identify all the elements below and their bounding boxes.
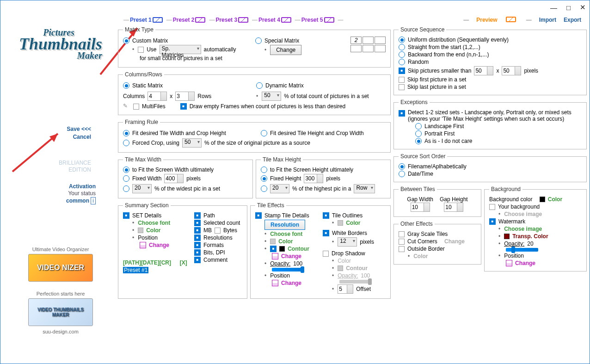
change-link[interactable]: Change (515, 260, 535, 266)
cutcorners-check[interactable] (399, 239, 405, 245)
drop-shadow-check[interactable] (323, 251, 329, 257)
transp-link[interactable]: Transp. Color (512, 233, 548, 240)
matrices-dropdown[interactable]: Sp. Matricies (160, 45, 201, 54)
contour-swatch[interactable] (338, 265, 343, 271)
export-button[interactable]: Export (564, 17, 581, 23)
tmw-pct[interactable]: 20 (132, 184, 152, 193)
gap-height[interactable]: 10 (444, 203, 463, 212)
path-check[interactable] (194, 212, 201, 219)
opacity-slider[interactable] (272, 268, 304, 271)
bg-swatch[interactable] (540, 197, 545, 202)
skip-first-check[interactable] (399, 77, 405, 83)
color-link[interactable]: Color (146, 227, 160, 234)
tmh-row-dd[interactable]: Row (354, 184, 375, 193)
opacity-slider[interactable] (339, 280, 372, 284)
date-radio[interactable] (399, 171, 405, 177)
outside-border-check[interactable] (399, 246, 405, 252)
preset-4[interactable]: Preset 4 (258, 17, 294, 23)
info-icon[interactable]: i (91, 197, 96, 204)
tmh-pct-radio[interactable] (261, 185, 267, 192)
special-matrix-radio[interactable] (255, 37, 262, 44)
site-link[interactable]: suu-design.com (3, 329, 118, 334)
preset-5[interactable]: Preset 5 (301, 17, 337, 23)
white-borders-check[interactable] (323, 230, 329, 236)
color-swatch[interactable] (338, 220, 343, 226)
fit-height-radio[interactable] (261, 130, 267, 136)
preset-name-input[interactable]: Preset #1 (123, 267, 148, 273)
bits-check[interactable] (194, 249, 201, 256)
set-details-check[interactable] (123, 212, 129, 219)
bytes-check[interactable] (215, 228, 221, 234)
detect-check[interactable] (399, 110, 405, 117)
color-link[interactable]: Color (278, 238, 293, 245)
tmw-fit-radio[interactable] (123, 167, 129, 173)
tmh-pct[interactable]: 20 (270, 184, 289, 193)
contour-swatch[interactable] (279, 246, 285, 252)
tmh-value[interactable]: 300 (304, 174, 323, 183)
macro-x[interactable]: [X] (180, 259, 187, 266)
preset-3[interactable]: Preset 3 (215, 17, 251, 23)
wm-opacity-slider[interactable] (506, 248, 538, 252)
random-radio[interactable] (399, 59, 405, 65)
ad-banner[interactable]: VIDEO THUMBNAILS MAKER (28, 298, 93, 326)
ad-banner[interactable]: VIDEO NIZER (28, 254, 93, 282)
static-matrix-radio[interactable] (123, 82, 129, 89)
maximize-button[interactable]: □ (566, 4, 571, 12)
columns-input[interactable]: 4 (148, 92, 167, 101)
change-link[interactable]: Change (149, 242, 169, 248)
preset-2[interactable]: Preset 2 (173, 17, 209, 23)
use-check[interactable] (138, 47, 144, 53)
preview-button[interactable]: Preview (476, 17, 497, 23)
end-radio[interactable] (399, 51, 405, 58)
tmw-fixed-radio[interactable] (123, 175, 129, 182)
contour-check[interactable] (270, 246, 277, 252)
dynamic-matrix-radio[interactable] (256, 82, 263, 89)
tmh-fixed-radio[interactable] (261, 175, 267, 182)
comment-check[interactable] (194, 257, 201, 263)
stamp-check[interactable] (255, 212, 262, 219)
contour-link[interactable]: Contour (288, 246, 309, 252)
dynamic-pct[interactable]: 50 (262, 92, 281, 101)
asis-radio[interactable] (415, 138, 422, 144)
save-button[interactable]: Save <<< (67, 126, 91, 132)
color-link[interactable]: Color (548, 196, 562, 203)
skip-small-check[interactable] (399, 68, 405, 74)
import-button[interactable]: Import (539, 17, 556, 23)
choose-font-link[interactable]: Choose font (138, 220, 170, 226)
gap-width[interactable]: 10 (411, 203, 430, 212)
portrait-radio[interactable] (415, 130, 422, 137)
transp-swatch[interactable] (504, 234, 510, 239)
skip-h[interactable]: 50 (502, 66, 521, 75)
minimize-button[interactable]: — (550, 4, 557, 12)
landscape-radio[interactable] (415, 123, 422, 130)
skip-w[interactable]: 50 (474, 66, 493, 75)
forced-crop-radio[interactable] (123, 140, 129, 146)
close-button[interactable]: ✕ (580, 3, 586, 12)
tmh-fit-radio[interactable] (261, 167, 267, 173)
res-check[interactable] (194, 234, 201, 241)
color-link[interactable]: Color (346, 220, 360, 226)
watermark-check[interactable] (489, 218, 496, 225)
activation-link[interactable]: Activation (69, 183, 96, 190)
start-radio[interactable] (399, 44, 405, 50)
forced-pct[interactable]: 50 (182, 138, 202, 148)
formats-check[interactable] (194, 242, 201, 248)
choose-font-link[interactable]: Choose font (270, 231, 302, 237)
rows-input[interactable]: 3 (175, 92, 195, 101)
yourbg-check[interactable] (489, 204, 495, 210)
custom-matrix-radio[interactable] (123, 37, 129, 44)
tmw-value[interactable]: 400 (164, 174, 184, 183)
resolution-button[interactable]: Resolution (264, 220, 305, 230)
choose-image-link[interactable]: Choose image (504, 226, 542, 232)
tmw-pct-radio[interactable] (123, 185, 129, 192)
offset-input[interactable]: 5 (338, 284, 353, 294)
uniform-radio[interactable] (399, 37, 405, 43)
draw-empty-check[interactable] (180, 103, 187, 110)
color-swatch[interactable] (270, 239, 276, 244)
color-swatch[interactable] (138, 228, 143, 233)
outlines-check[interactable] (323, 212, 329, 219)
change-link[interactable]: Change (281, 280, 301, 286)
selcount-check[interactable] (194, 220, 201, 226)
skip-last-check[interactable] (399, 84, 405, 90)
change-link[interactable]: Change (281, 253, 301, 259)
